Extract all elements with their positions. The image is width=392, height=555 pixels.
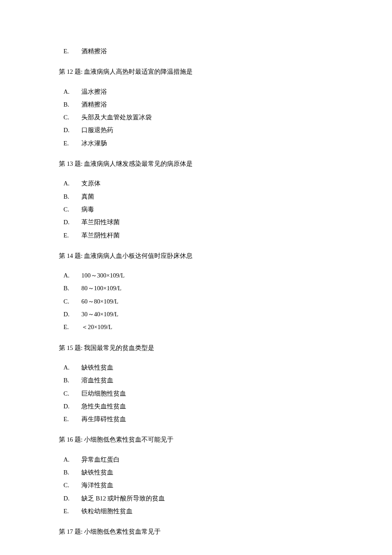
question-block: 第 12 题: 血液病病人高热时最适宜的降温措施是A.温水擦浴B.酒精擦浴C.头… <box>59 67 333 147</box>
option-text: 60～80×109/L <box>81 297 333 306</box>
option-letter: C. <box>63 389 81 398</box>
option-letter: A. <box>63 271 81 280</box>
question-suffix: 题: <box>73 252 84 259</box>
option-letter: E. <box>63 323 81 331</box>
option-row: B.缺铁性贫血 <box>59 468 333 477</box>
option-row: C.头部及大血管处放置冰袋 <box>59 113 333 121</box>
question-body: 小细胞低色素性贫血不可能见于 <box>84 436 173 443</box>
option-row: C.病毒 <box>59 205 333 214</box>
option-text: 溶血性贫血 <box>81 376 333 384</box>
option-text: 异常血红蛋白 <box>81 455 333 464</box>
option-letter: A. <box>63 87 81 96</box>
option-text: 缺铁性贫血 <box>81 468 333 477</box>
option-row: B.酒精擦浴 <box>59 100 333 109</box>
question-text: 第 15 题: 我国最常见的贫血类型是 <box>59 344 333 352</box>
option-text: 革兰阳性球菌 <box>81 218 333 226</box>
option-letter: B. <box>63 376 81 384</box>
option-text: 海洋性贫血 <box>81 481 333 489</box>
option-row: E.革兰阴性杆菌 <box>59 231 333 240</box>
option-row: C.60～80×109/L <box>59 297 333 306</box>
option-row: E.铁粒幼细胞性贫血 <box>59 507 333 515</box>
option-letter: E. <box>63 507 81 515</box>
question-body: 血液病病人血小板达何值时应卧床休息 <box>84 252 193 259</box>
option-text: 30～40×109/L <box>81 310 333 318</box>
option-row: E. 酒精擦浴 <box>59 47 333 55</box>
question-text: 第 16 题: 小细胞低色素性贫血不可能见于 <box>59 435 333 444</box>
option-text: 头部及大血管处放置冰袋 <box>81 113 333 121</box>
option-letter: D. <box>63 402 81 410</box>
option-letter: C. <box>63 481 81 489</box>
option-text: 100～300×109/L <box>81 271 333 280</box>
option-text: 温水擦浴 <box>81 87 333 96</box>
question-number: 16 <box>67 436 73 443</box>
option-row: A.100～300×109/L <box>59 271 333 280</box>
orphan-option-container: E. 酒精擦浴 <box>59 47 333 55</box>
question-block: 第 14 题: 血液病病人血小板达何值时应卧床休息A.100～300×109/L… <box>59 251 333 332</box>
option-text: 铁粒幼细胞性贫血 <box>81 507 333 515</box>
option-text: 急性失血性贫血 <box>81 402 333 410</box>
question-suffix: 题: <box>73 344 84 351</box>
option-row: C.巨幼细胞性贫血 <box>59 389 333 398</box>
option-row: A.支原体 <box>59 179 333 188</box>
question-text: 第 14 题: 血液病病人血小板达何值时应卧床休息 <box>59 251 333 260</box>
question-body: 血液病病人高热时最适宜的降温措施是 <box>84 68 193 75</box>
option-text: 支原体 <box>81 179 333 188</box>
option-text: 巨幼细胞性贫血 <box>81 389 333 398</box>
option-text: 酒精擦浴 <box>81 100 333 109</box>
question-body: 血液病病人继发感染最常见的病原体是 <box>84 160 193 167</box>
option-text: 酒精擦浴 <box>81 47 333 55</box>
option-text: 缺乏 B12 或叶酸所导致的贫血 <box>81 494 333 503</box>
option-row: D.口服退热药 <box>59 126 333 134</box>
question-body: 我国最常见的贫血类型是 <box>84 344 154 351</box>
question-number: 13 <box>67 160 73 167</box>
option-letter: D. <box>63 218 81 226</box>
option-letter: D. <box>63 126 81 134</box>
option-row: B.溶血性贫血 <box>59 376 333 384</box>
option-row: B.真菌 <box>59 192 333 201</box>
option-letter: A. <box>63 179 81 188</box>
question-text: 第 13 题: 血液病病人继发感染最常见的病原体是 <box>59 159 333 168</box>
question-prefix: 第 <box>59 344 67 351</box>
option-text: 口服退热药 <box>81 126 333 134</box>
option-text: 80～100×109/L <box>81 284 333 292</box>
question-text: 第 17 题: 小细胞低色素性贫血常见于 <box>59 527 333 536</box>
option-letter: A. <box>63 455 81 464</box>
option-letter: E. <box>63 47 81 55</box>
option-row: B.80～100×109/L <box>59 284 333 292</box>
option-letter: D. <box>63 494 81 503</box>
question-text: 第 12 题: 血液病病人高热时最适宜的降温措施是 <box>59 67 333 76</box>
question-number: 14 <box>67 252 73 259</box>
question-prefix: 第 <box>59 160 67 167</box>
question-block: 第 17 题: 小细胞低色素性贫血常见于 <box>59 527 333 536</box>
option-row: A.缺铁性贫血 <box>59 363 333 372</box>
option-letter: C. <box>63 113 81 121</box>
option-row: D.急性失血性贫血 <box>59 402 333 410</box>
option-text: 革兰阴性杆菌 <box>81 231 333 240</box>
option-row: E.再生障碍性贫血 <box>59 415 333 423</box>
question-number: 15 <box>67 344 73 351</box>
option-letter: D. <box>63 310 81 318</box>
question-prefix: 第 <box>59 68 67 75</box>
option-letter: E. <box>63 415 81 423</box>
option-letter: E. <box>63 231 81 240</box>
question-number: 17 <box>67 528 73 535</box>
question-prefix: 第 <box>59 436 67 443</box>
option-row: A.温水擦浴 <box>59 87 333 96</box>
option-row: D.缺乏 B12 或叶酸所导致的贫血 <box>59 494 333 503</box>
question-suffix: 题: <box>73 160 84 167</box>
option-text: ＜20×109/L <box>81 323 333 331</box>
question-block: 第 13 题: 血液病病人继发感染最常见的病原体是A.支原体B.真菌C.病毒D.… <box>59 159 333 240</box>
question-block: 第 15 题: 我国最常见的贫血类型是A.缺铁性贫血B.溶血性贫血C.巨幼细胞性… <box>59 344 333 424</box>
question-prefix: 第 <box>59 528 67 535</box>
option-letter: C. <box>63 297 81 306</box>
option-row: E.冰水灌肠 <box>59 139 333 147</box>
option-text: 真菌 <box>81 192 333 201</box>
option-letter: B. <box>63 192 81 201</box>
option-row: A.异常血红蛋白 <box>59 455 333 464</box>
question-suffix: 题: <box>73 436 84 443</box>
option-letter: B. <box>63 100 81 109</box>
option-letter: C. <box>63 205 81 214</box>
option-letter: B. <box>63 284 81 292</box>
option-row: E.＜20×109/L <box>59 323 333 331</box>
question-number: 12 <box>67 68 73 75</box>
